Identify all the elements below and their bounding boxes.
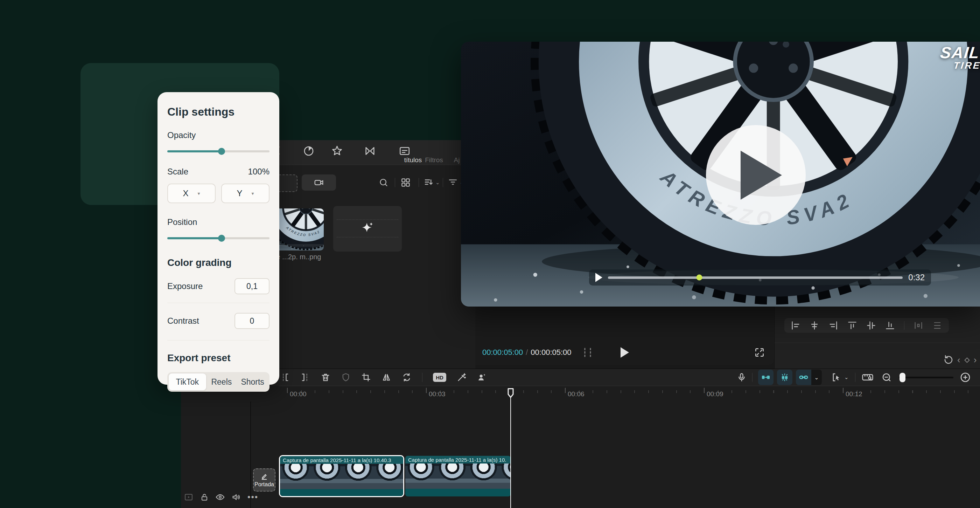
select-tool-chevron[interactable]: ⌄: [844, 374, 849, 380]
duration-icon[interactable]: [303, 145, 315, 157]
tab-filters-label[interactable]: Filtros: [425, 156, 443, 164]
clip2-label: Captura de pantalla 2025-11-11 a la(s) 1…: [405, 457, 506, 463]
contrast-input[interactable]: 0: [234, 313, 269, 329]
link-toggle[interactable]: [796, 370, 811, 385]
ruler-label: 00:06: [568, 390, 584, 398]
align-left-icon[interactable]: [791, 321, 800, 331]
preview-play-button[interactable]: [620, 347, 629, 358]
video-player-card[interactable]: SAILUN TIRES 0:32: [461, 42, 980, 307]
keyframe-diamond-icon[interactable]: [963, 356, 971, 364]
microphone-icon[interactable]: [737, 372, 746, 382]
magnetic-toggle[interactable]: [777, 370, 792, 385]
visibility-eye-icon[interactable]: [215, 492, 225, 502]
distribute-horizontal-icon[interactable]: [913, 321, 923, 331]
align-middle-vertical-icon[interactable]: [866, 321, 876, 331]
split-right-icon[interactable]: [300, 372, 310, 382]
mute-speaker-icon[interactable]: [231, 492, 241, 502]
timeline-toolbar: HD ⌄ ⌄: [181, 369, 980, 386]
scale-y-dropdown[interactable]: Y▾: [221, 184, 269, 203]
preset-tiktok[interactable]: TikTok: [169, 374, 206, 390]
player-progress-thumb[interactable]: [697, 275, 702, 281]
align-center-horizontal-icon[interactable]: [810, 321, 819, 331]
search-icon[interactable]: [379, 177, 389, 188]
brand-logo: SAILUN TIRES: [939, 45, 980, 71]
keyframe-prev-icon[interactable]: ‹: [957, 355, 960, 366]
preset-shorts[interactable]: Shorts: [237, 374, 268, 390]
grid-view-icon[interactable]: [400, 177, 411, 188]
select-tool-icon[interactable]: [831, 372, 842, 383]
clip1-label: Captura de pantalla 2025-11-11 a la(s) 1…: [280, 457, 391, 463]
timeline-panel: HD ⌄ ⌄: [181, 369, 980, 508]
hd-badge[interactable]: HD: [433, 373, 446, 382]
opacity-slider[interactable]: [167, 148, 269, 155]
filter-icon[interactable]: [448, 177, 458, 188]
ruler-label: 00:12: [846, 390, 862, 398]
effects-star-icon[interactable]: [331, 145, 343, 157]
ruler-label: 00:09: [706, 390, 724, 398]
duration-timecode: 00:00:05:00: [531, 348, 571, 357]
playhead-handle[interactable]: [507, 388, 514, 398]
ai-portrait-icon[interactable]: [477, 372, 487, 382]
link-toggle-group: ⌄: [796, 370, 822, 385]
play-triangle-icon: [741, 151, 782, 200]
opacity-label: Opacity: [167, 130, 269, 140]
player-progress-bar[interactable]: [608, 276, 903, 279]
position-slider[interactable]: [167, 235, 269, 242]
preset-reels[interactable]: Reels: [206, 374, 237, 390]
align-bottom-icon[interactable]: [885, 321, 895, 331]
cover-button-label: Portada: [255, 481, 274, 488]
captions-icon[interactable]: [399, 145, 410, 157]
magic-wand-icon[interactable]: [457, 372, 466, 382]
sort-chevron-icon[interactable]: ⌄: [435, 179, 440, 186]
track-preview-icon[interactable]: [184, 492, 194, 502]
alignment-toolbar: [784, 318, 949, 333]
delete-icon[interactable]: [321, 372, 330, 382]
link-toggle-chevron[interactable]: ⌄: [811, 370, 822, 385]
distribute-vertical-icon[interactable]: [932, 321, 942, 331]
player-play-button[interactable]: [595, 273, 602, 282]
record-button[interactable]: [302, 174, 336, 190]
clip1-filmstrip: [280, 464, 403, 489]
lock-icon[interactable]: [200, 493, 209, 502]
crop-icon[interactable]: [361, 372, 371, 382]
align-right-icon[interactable]: [829, 321, 838, 331]
properties-footer: ‹ ›: [775, 350, 980, 369]
track-header: •••: [184, 492, 258, 502]
timeline-clip-1[interactable]: Captura de pantalla 2025-11-11 a la(s) 1…: [279, 455, 404, 497]
zoom-out-icon[interactable]: [881, 372, 892, 383]
snap-toggle[interactable]: [758, 370, 773, 385]
frame-preview-icon[interactable]: [581, 347, 595, 358]
export-preset-segmented-control: TikTok Reels Shorts: [167, 372, 269, 392]
split-left-icon[interactable]: [280, 372, 290, 382]
zoom-in-icon[interactable]: [960, 372, 971, 383]
fullscreen-icon[interactable]: [754, 347, 765, 358]
opacity-slider-knob[interactable]: [218, 148, 225, 155]
zoom-slider-thumb[interactable]: [899, 373, 905, 382]
shield-icon[interactable]: [341, 372, 351, 382]
clip2-filmstrip: [405, 463, 511, 489]
timeline-ruler[interactable]: 00:00 00:03 00:06 00:09 00:12: [279, 386, 980, 402]
timeline-clip-2[interactable]: Captura de pantalla 2025-11-11 a la(s) 1…: [405, 456, 511, 497]
color-grading-title: Color grading: [167, 257, 269, 268]
sparkle-icon: [360, 221, 375, 237]
keyframe-next-icon[interactable]: ›: [974, 355, 977, 366]
transitions-icon[interactable]: [364, 145, 376, 157]
tab-subtitles-label[interactable]: títulos: [404, 156, 422, 164]
timeline-zoom-slider[interactable]: [899, 377, 953, 379]
mirror-icon[interactable]: [382, 372, 391, 382]
more-options-icon[interactable]: •••: [247, 492, 258, 502]
timeline-scale-icon[interactable]: [862, 372, 873, 383]
scale-x-dropdown[interactable]: X▾: [167, 184, 216, 203]
position-slider-knob[interactable]: [218, 235, 225, 242]
tab-adjust-label[interactable]: Aj: [454, 156, 460, 164]
chevron-down-icon: ▾: [197, 190, 200, 196]
reset-icon[interactable]: [943, 354, 954, 364]
exposure-input[interactable]: 0,1: [234, 278, 269, 294]
playhead-line[interactable]: [510, 388, 511, 508]
cover-button[interactable]: Portada: [253, 468, 275, 492]
replace-icon[interactable]: [402, 372, 412, 382]
sort-icon[interactable]: [423, 177, 434, 188]
play-overlay-button[interactable]: [706, 125, 806, 225]
ai-media-card[interactable]: [333, 206, 402, 252]
align-top-icon[interactable]: [847, 321, 857, 331]
